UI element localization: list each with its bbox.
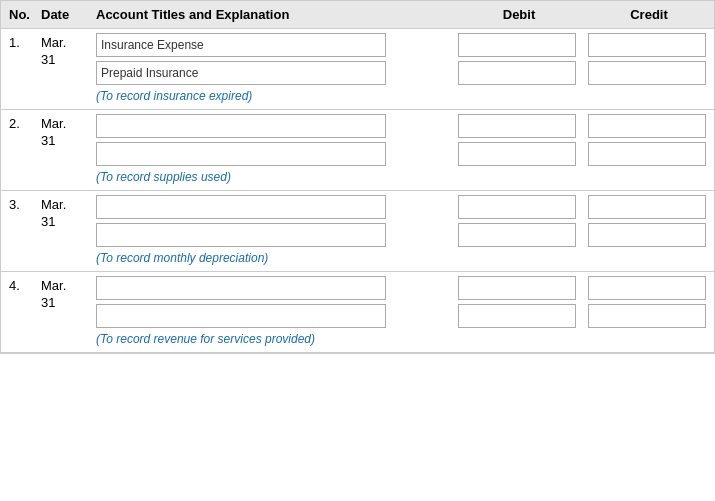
entry-accounts-2: (To record supplies used) (96, 110, 454, 190)
entry-date-3: Mar. 31 (41, 191, 96, 271)
credit-input-1-row1[interactable] (588, 33, 706, 57)
debit-input-1-row1[interactable] (458, 33, 576, 57)
entry-debit-col-2 (454, 110, 584, 190)
credit-input-1-row2[interactable] (588, 61, 706, 85)
debit-input-3-row2[interactable] (458, 223, 576, 247)
account-input-4-row2[interactable] (96, 304, 386, 328)
entry-date-1: Mar. 31 (41, 29, 96, 109)
account-input-1-row1[interactable] (96, 33, 386, 57)
entry-no-1: 1. (1, 29, 41, 109)
entry-credit-col-4 (584, 272, 714, 352)
entry-group-4: 4. Mar. 31 (To record revenue for servic… (1, 272, 714, 353)
entry-no-4: 4. (1, 272, 41, 352)
credit-input-3-row2[interactable] (588, 223, 706, 247)
header-account: Account Titles and Explanation (96, 7, 454, 22)
entry-group-2: 2. Mar. 31 (To record supplies used) (1, 110, 714, 191)
entry-group-3: 3. Mar. 31 (To record monthly depreciati… (1, 191, 714, 272)
entry-credit-col-1 (584, 29, 714, 109)
debit-input-4-row2[interactable] (458, 304, 576, 328)
entry-accounts-1: (To record insurance expired) (96, 29, 454, 109)
header-credit: Credit (584, 7, 714, 22)
entry-accounts-3: (To record monthly depreciation) (96, 191, 454, 271)
entry-group-1: 1. Mar. 31 (To record insurance expired) (1, 29, 714, 110)
entry-credit-col-3 (584, 191, 714, 271)
entry-row2-2 (96, 142, 454, 166)
entry-debit-col-3 (454, 191, 584, 271)
account-input-4-row1[interactable] (96, 276, 386, 300)
entry-no-3: 3. (1, 191, 41, 271)
credit-input-3-row1[interactable] (588, 195, 706, 219)
entry-note-1: (To record insurance expired) (96, 87, 454, 109)
entry-debit-col-1 (454, 29, 584, 109)
entry-row1-4 (96, 272, 454, 300)
entry-date-2: Mar. 31 (41, 110, 96, 190)
entry-row2-1 (96, 61, 454, 85)
journal-table: No. Date Account Titles and Explanation … (0, 0, 715, 354)
debit-input-1-row2[interactable] (458, 61, 576, 85)
entry-accounts-4: (To record revenue for services provided… (96, 272, 454, 352)
entry-note-4: (To record revenue for services provided… (96, 330, 454, 352)
entry-note-2: (To record supplies used) (96, 168, 454, 190)
account-input-1-row2[interactable] (96, 61, 386, 85)
entry-no-2: 2. (1, 110, 41, 190)
entry-row2-4 (96, 304, 454, 328)
debit-input-2-row2[interactable] (458, 142, 576, 166)
entry-note-3: (To record monthly depreciation) (96, 249, 454, 271)
account-input-2-row1[interactable] (96, 114, 386, 138)
account-input-3-row2[interactable] (96, 223, 386, 247)
credit-input-4-row1[interactable] (588, 276, 706, 300)
entry-credit-col-2 (584, 110, 714, 190)
header-debit: Debit (454, 7, 584, 22)
entry-debit-col-4 (454, 272, 584, 352)
entry-row2-3 (96, 223, 454, 247)
entry-date-4: Mar. 31 (41, 272, 96, 352)
header-no: No. (1, 7, 41, 22)
credit-input-2-row1[interactable] (588, 114, 706, 138)
table-header: No. Date Account Titles and Explanation … (1, 1, 714, 29)
entry-row1-1 (96, 29, 454, 57)
account-input-3-row1[interactable] (96, 195, 386, 219)
credit-input-4-row2[interactable] (588, 304, 706, 328)
entry-row1-3 (96, 191, 454, 219)
debit-input-3-row1[interactable] (458, 195, 576, 219)
account-input-2-row2[interactable] (96, 142, 386, 166)
credit-input-2-row2[interactable] (588, 142, 706, 166)
header-date: Date (41, 7, 96, 22)
debit-input-2-row1[interactable] (458, 114, 576, 138)
entry-row1-2 (96, 110, 454, 138)
debit-input-4-row1[interactable] (458, 276, 576, 300)
